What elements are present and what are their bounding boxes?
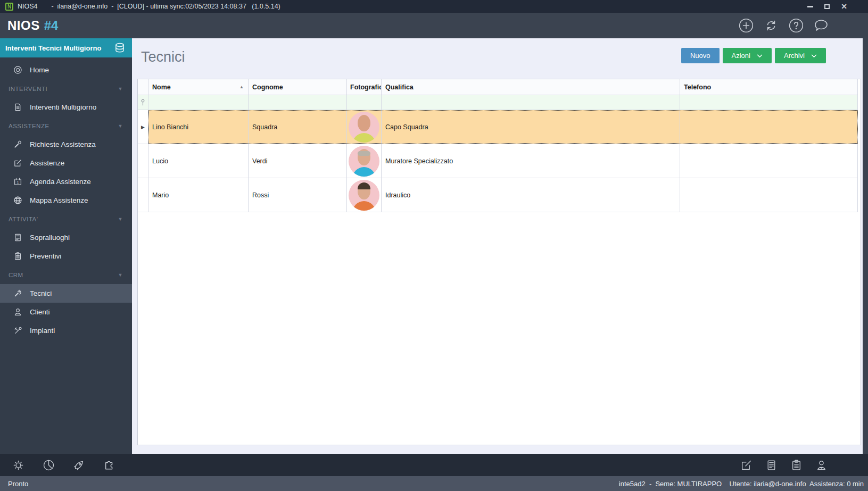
table-row[interactable]: ▶ Lino Bianchi Squadra Capo Squadra	[138, 110, 858, 144]
sidebar-section-attivita[interactable]: ATTIVITA' ▼	[0, 210, 132, 228]
archivi-button[interactable]: Archivi	[775, 48, 826, 63]
avatar	[349, 146, 379, 177]
filter-pin-icon	[140, 99, 145, 106]
chevron-down-icon: ▼	[118, 86, 123, 91]
column-header-telefono[interactable]: Telefono	[680, 79, 858, 95]
maximize-icon	[824, 4, 830, 9]
row-selector-cell	[138, 178, 148, 212]
filter-input-telefono[interactable]	[680, 95, 858, 110]
sidebar-section-label: ATTIVITA'	[9, 216, 38, 222]
sidebar-item-mappa-assistenze[interactable]: Mappa Assistenze	[0, 191, 132, 210]
sidebar-item-label: Home	[30, 66, 49, 74]
cell-nome: Lucio	[148, 144, 249, 178]
bottom-toolbar	[0, 454, 868, 476]
cell-nome: Mario	[148, 178, 249, 212]
filter-input-qualifica[interactable]	[382, 95, 680, 110]
sidebar-item-label: Tecnici	[30, 289, 52, 297]
sidebar-item-impianti[interactable]: Impianti	[0, 321, 132, 340]
cell-fotografica	[347, 178, 382, 212]
sidebar-item-richieste-assistenza[interactable]: Richieste Assistenza	[0, 135, 132, 154]
edit-square-icon[interactable]	[740, 459, 753, 471]
sidebar-item-interventi-multigiorno[interactable]: Interventi Multigiorno	[0, 98, 132, 116]
sidebar-section-assistenze[interactable]: ASSISTENZE ▼	[0, 116, 132, 135]
titlebar-app-name: NIOS4	[18, 3, 38, 10]
sync-icon[interactable]	[764, 18, 779, 33]
maximize-button[interactable]	[823, 3, 831, 10]
user-icon[interactable]	[815, 459, 828, 471]
cell-fotografica	[347, 144, 382, 178]
sidebar-item-label: Agenda Assistenze	[30, 178, 91, 186]
cell-qualifica: Capo Squadra	[382, 110, 680, 144]
chevron-down-icon	[757, 54, 763, 58]
cell-cognome: Verdi	[249, 144, 347, 178]
sidebar-section-label: INTERVENTI	[9, 86, 47, 92]
record-circle-icon	[13, 65, 22, 74]
sidebar: Interventi Tecnici Multigiorno Home INTE…	[0, 38, 132, 454]
cell-fotografica	[347, 110, 382, 144]
close-button[interactable]: ✕	[840, 3, 848, 10]
chat-bubble-icon[interactable]	[814, 18, 829, 33]
sidebar-item-agenda-assistenze[interactable]: 1 Agenda Assistenze	[0, 172, 132, 191]
column-header-label: Fotografica	[350, 84, 382, 91]
help-circle-icon[interactable]	[789, 18, 804, 33]
sidebar-item-label: Impianti	[30, 327, 55, 335]
sidebar-section-interventi[interactable]: INTERVENTI ▼	[0, 79, 132, 98]
current-database-bar[interactable]: Interventi Tecnici Multigiorno	[0, 38, 132, 57]
sidebar-item-assistenze[interactable]: Assistenze	[0, 154, 132, 172]
sidebar-item-tecnici[interactable]: Tecnici	[0, 284, 132, 303]
sidebar-item-label: Preventivi	[30, 252, 61, 260]
column-header-cognome[interactable]: Cognome	[249, 79, 347, 95]
sidebar-item-label: Mappa Assistenze	[30, 196, 88, 204]
document-lines-icon[interactable]	[765, 459, 778, 471]
cell-qualifica: Muratore Specializzato	[382, 144, 680, 178]
globe-icon	[13, 196, 22, 205]
chevron-down-icon: ▼	[118, 123, 123, 129]
table-row[interactable]: Lucio Verdi Muratore Specializzato	[138, 144, 858, 178]
screwdriver-icon	[13, 140, 22, 149]
minimize-button[interactable]	[806, 3, 814, 10]
table-header-row: Nome ▲ Cognome Fotografica Qualifica Tel…	[138, 79, 858, 95]
calendar-icon: 1	[13, 177, 22, 186]
minimize-icon	[807, 6, 813, 7]
report-document-icon	[13, 233, 22, 242]
nuovo-button[interactable]: Nuovo	[681, 48, 720, 63]
database-icon	[114, 43, 126, 53]
status-message: Pronto	[8, 480, 28, 488]
add-circle-icon[interactable]	[739, 18, 754, 33]
column-header-fotografica[interactable]: Fotografica	[347, 79, 382, 95]
table-row[interactable]: Mario Rossi Idraulico	[138, 178, 858, 212]
column-header-label: Cognome	[252, 84, 283, 91]
cell-telefono	[680, 144, 858, 178]
person-icon	[13, 307, 22, 317]
page-title: Tecnici	[141, 49, 185, 65]
avatar	[349, 112, 379, 143]
titlebar-info: - ilaria@d-one.info - [CLOUD] - ultima s…	[52, 3, 280, 10]
settings-gear-icon[interactable]	[12, 459, 24, 471]
filter-input-fotografica[interactable]	[347, 95, 382, 110]
status-session-info: inte5ad2 - Seme: MULTIRAPPO Utente: ilar…	[619, 480, 864, 488]
cell-telefono	[680, 178, 858, 212]
filter-input-cognome[interactable]	[249, 95, 347, 110]
sidebar-item-sopralluoghi[interactable]: Sopralluoghi	[0, 228, 132, 247]
rocket-icon[interactable]	[73, 459, 85, 471]
window-titlebar: N NIOS4 - ilaria@d-one.info - [CLOUD] - …	[0, 0, 868, 13]
chevron-down-icon: ▼	[118, 217, 123, 222]
column-header-qualifica[interactable]: Qualifica	[382, 79, 680, 95]
column-header-nome[interactable]: Nome ▲	[148, 79, 249, 95]
sidebar-section-crm[interactable]: CRM ▼	[0, 265, 132, 284]
column-header-label: Telefono	[684, 84, 711, 91]
sidebar-item-clienti[interactable]: Clienti	[0, 303, 132, 321]
column-header-label: Qualifica	[385, 84, 414, 91]
pie-chart-icon[interactable]	[43, 459, 55, 471]
puzzle-piece-icon[interactable]	[103, 459, 115, 471]
sidebar-item-preventivi[interactable]: Preventivi	[0, 247, 132, 265]
filter-row-cell	[138, 95, 148, 110]
azioni-button[interactable]: Azioni	[723, 48, 772, 63]
clipboard-icon[interactable]	[790, 459, 803, 471]
sidebar-item-home[interactable]: Home	[0, 61, 132, 79]
sidebar-item-label: Assistenze	[30, 159, 64, 167]
sidebar-menu: Home INTERVENTI ▼ Interventi Multigiorno…	[0, 57, 132, 340]
filter-input-nome[interactable]	[148, 95, 249, 110]
column-header-label: Nome	[152, 84, 171, 91]
edit-square-icon	[13, 159, 22, 168]
